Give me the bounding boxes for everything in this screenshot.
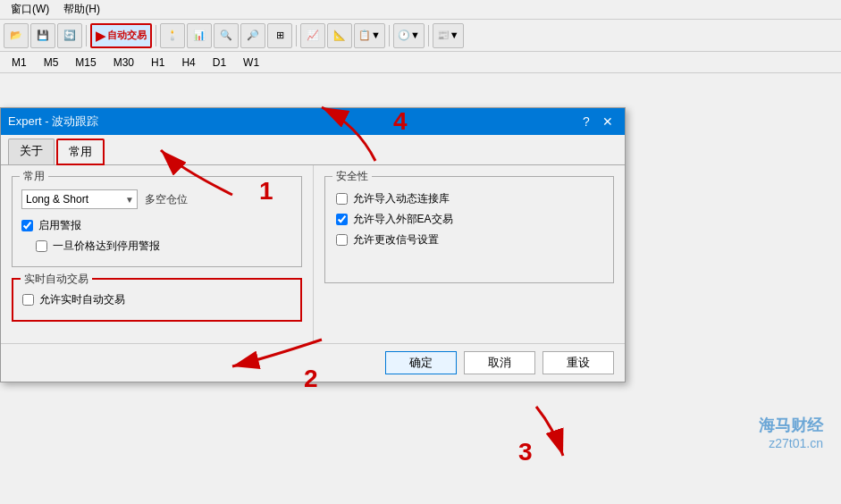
cancel-button[interactable]: 取消 <box>464 351 535 374</box>
tab-m1[interactable]: M1 <box>4 53 35 72</box>
tab-h1[interactable]: H1 <box>143 53 172 72</box>
toolbar-sep-5 <box>428 25 429 46</box>
security-section-label: 安全性 <box>332 169 372 184</box>
toolbar-btn-zoom-out[interactable]: 🔎 <box>240 23 265 48</box>
toolbar-btn-clock[interactable]: 🕐▼ <box>393 23 425 48</box>
allow-dll-checkbox[interactable] <box>336 193 348 205</box>
stop-on-price-row: 一旦价格达到停用警报 <box>36 239 292 254</box>
dialog-close-button[interactable]: ✕ <box>598 112 618 131</box>
toolbar-btn-indicators[interactable]: 📈 <box>300 23 325 48</box>
toolbar-sep-2 <box>156 25 156 46</box>
toolbar: 📂 💾 🔄 ▶ 自动交易 🕯️ 📊 🔍 🔎 ⊞ 📈 📐 📋▼ 🕐▼ 📰▼ <box>0 20 841 52</box>
realtime-section: 实时自动交易 允许实时自动交易 <box>12 278 302 322</box>
auto-trade-icon: ▶ <box>96 29 105 43</box>
toolbar-btn-templates[interactable]: 📋▼ <box>354 23 385 48</box>
toolbar-btn-chart-type[interactable]: 🕯️ <box>160 23 185 48</box>
enable-alert-checkbox[interactable] <box>21 220 33 231</box>
toolbar-btn-grid[interactable]: ⊞ <box>267 23 292 48</box>
dialog-titlebar: Expert - 波动跟踪 ? ✕ <box>1 108 625 135</box>
toolbar-btn-objects[interactable]: 📐 <box>327 23 352 48</box>
allow-realtime-label: 允许实时自动交易 <box>39 292 125 307</box>
allow-dll-label: 允许导入动态连接库 <box>353 191 450 206</box>
allow-realtime-row: 允许实时自动交易 <box>22 292 291 307</box>
dialog-title: Expert - 波动跟踪 <box>8 113 98 130</box>
menu-help[interactable]: 帮助(H) <box>56 0 107 19</box>
toolbar-btn-news[interactable]: 📰▼ <box>433 23 464 48</box>
menu-window[interactable]: 窗口(W) <box>4 0 56 19</box>
dialog-right-panel: 安全性 允许导入动态连接库 允许导入外部EA交易 允许更改信号设置 <box>314 165 626 343</box>
expert-dialog: Expert - 波动跟踪 ? ✕ 关于 常用 常用 Lo <box>0 107 626 382</box>
toolbar-sep-4 <box>389 25 390 46</box>
tab-m5[interactable]: M5 <box>36 53 67 72</box>
dropdown-wrapper: Long & Short Long Only Short Only ▼ <box>21 189 138 209</box>
auto-trade-button[interactable]: ▶ 自动交易 <box>90 23 152 48</box>
allow-dll-row: 允许导入动态连接库 <box>336 191 603 206</box>
tab-d1[interactable]: D1 <box>205 53 234 72</box>
realtime-section-label: 实时自动交易 <box>21 272 92 287</box>
dropdown-row: Long & Short Long Only Short Only ▼ 多空仓位 <box>21 189 292 209</box>
confirm-button[interactable]: 确定 <box>385 351 457 374</box>
toolbar-btn-zoom-in[interactable]: 🔍 <box>214 23 239 48</box>
dropdown-description: 多空仓位 <box>145 192 188 207</box>
tab-m30[interactable]: M30 <box>105 53 142 72</box>
stop-on-price-checkbox[interactable] <box>36 240 47 252</box>
timeframe-tab-bar: M1 M5 M15 M30 H1 H4 D1 W1 <box>0 52 841 73</box>
dialog-footer: 确定 取消 重设 <box>1 343 625 382</box>
dialog-tab-strip: 关于 常用 <box>1 135 625 165</box>
dialog-left-panel: 常用 Long & Short Long Only Short Only ▼ 多… <box>1 165 314 343</box>
allow-external-ea-label: 允许导入外部EA交易 <box>353 212 453 227</box>
security-section: 安全性 允许导入动态连接库 允许导入外部EA交易 允许更改信号设置 <box>324 176 615 283</box>
position-dropdown[interactable]: Long & Short Long Only Short Only <box>21 189 138 209</box>
toolbar-btn-save[interactable]: 💾 <box>30 23 55 48</box>
common-section-label: 常用 <box>20 169 48 184</box>
toolbar-btn-open[interactable]: 📂 <box>4 23 29 48</box>
tab-h4[interactable]: H4 <box>173 53 203 72</box>
tab-common[interactable]: 常用 <box>56 139 105 165</box>
toolbar-sep-3 <box>296 25 297 46</box>
enable-alert-label: 启用警报 <box>38 218 81 233</box>
dialog-help-button[interactable]: ? <box>576 112 596 131</box>
allow-realtime-checkbox[interactable] <box>22 294 34 306</box>
tab-m15[interactable]: M15 <box>67 53 104 72</box>
allow-signal-change-label: 允许更改信号设置 <box>353 232 439 248</box>
dialog-controls: ? ✕ <box>576 112 618 131</box>
tab-w1[interactable]: W1 <box>235 53 267 72</box>
allow-external-ea-checkbox[interactable] <box>336 214 348 225</box>
enable-alert-row: 启用警报 <box>21 218 292 233</box>
toolbar-btn-refresh[interactable]: 🔄 <box>57 23 82 48</box>
tab-about[interactable]: 关于 <box>8 139 55 164</box>
allow-signal-change-checkbox[interactable] <box>336 234 348 246</box>
common-section: 常用 Long & Short Long Only Short Only ▼ 多… <box>12 176 302 267</box>
auto-trade-label: 自动交易 <box>107 29 147 42</box>
reset-button[interactable]: 重设 <box>542 351 614 374</box>
stop-on-price-label: 一旦价格达到停用警报 <box>53 239 160 254</box>
allow-external-ea-row: 允许导入外部EA交易 <box>336 212 603 227</box>
menu-bar: 窗口(W) 帮助(H) <box>0 0 841 20</box>
dialog-body: 常用 Long & Short Long Only Short Only ▼ 多… <box>1 165 625 343</box>
toolbar-btn-line[interactable]: 📊 <box>187 23 212 48</box>
allow-signal-change-row: 允许更改信号设置 <box>336 232 603 248</box>
toolbar-sep-1 <box>86 25 87 46</box>
